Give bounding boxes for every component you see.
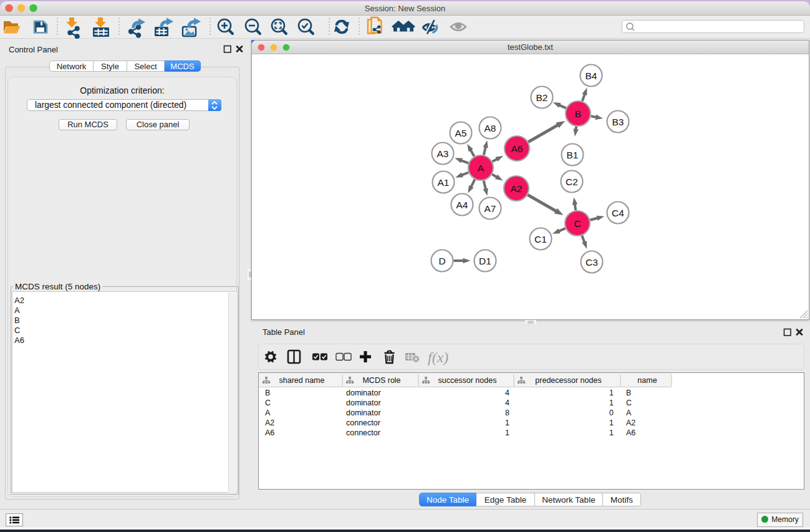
svg-text:B: B: [265, 389, 270, 397]
svg-text:A6: A6: [265, 428, 274, 437]
svg-text:0: 0: [609, 409, 614, 417]
svg-text:shared name: shared name: [279, 376, 325, 385]
svg-text:dominator: dominator: [346, 409, 381, 417]
svg-text:connector: connector: [346, 418, 380, 427]
svg-text:1: 1: [609, 418, 614, 427]
svg-text:name: name: [637, 376, 657, 385]
svg-text:C: C: [626, 399, 632, 407]
svg-text:connector: connector: [346, 428, 380, 437]
svg-text:A2: A2: [626, 418, 635, 427]
svg-text:8: 8: [505, 409, 509, 417]
svg-text:1: 1: [609, 399, 614, 407]
svg-text:4: 4: [505, 389, 509, 397]
svg-text:1: 1: [505, 418, 509, 427]
svg-text:C: C: [265, 399, 271, 407]
svg-text:A2: A2: [265, 418, 274, 427]
svg-text:1: 1: [609, 389, 614, 397]
svg-text:B: B: [626, 389, 631, 397]
svg-text:1: 1: [505, 428, 509, 437]
svg-text:successor nodes: successor nodes: [438, 376, 497, 385]
svg-text:MCDS role: MCDS role: [362, 376, 400, 385]
svg-text:dominator: dominator: [346, 399, 381, 407]
svg-text:predecessor nodes: predecessor nodes: [535, 376, 601, 385]
svg-text:4: 4: [505, 399, 509, 407]
svg-text:1: 1: [609, 428, 614, 437]
svg-text:dominator: dominator: [346, 389, 381, 397]
svg-text:A6: A6: [626, 428, 635, 437]
svg-text:A: A: [265, 409, 271, 417]
svg-text:A: A: [626, 409, 632, 417]
